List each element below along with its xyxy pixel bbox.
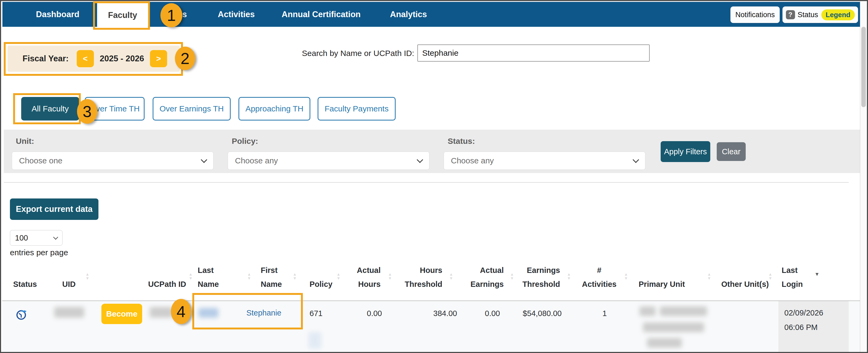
section-divider <box>4 182 849 183</box>
primary-unit-redacted <box>647 338 682 348</box>
policy-filter-select[interactable]: Choose any <box>228 151 429 170</box>
nav-item-faculty[interactable]: Faculty <box>97 2 148 29</box>
earnings-threshold-cell: $54,080.00 <box>516 309 562 318</box>
primary-unit-redacted <box>640 307 656 316</box>
become-user-button[interactable]: Become <box>101 304 142 324</box>
entries-per-page-label: entries per page <box>10 248 68 257</box>
sort-icon-policy[interactable]: ▲▼ <box>336 272 341 280</box>
ucpath-id-redacted <box>150 307 173 318</box>
col-header-first-name[interactable]: First Name <box>261 260 286 291</box>
clear-filters-button[interactable]: Clear <box>717 142 746 161</box>
col-header-actual-hours[interactable]: Actual Hours <box>347 260 381 291</box>
chevron-down-icon <box>200 156 207 163</box>
unit-filter-label: Unit: <box>16 137 34 146</box>
page-size-value: 100 <box>15 234 28 242</box>
actual-earnings-cell: 0.00 <box>465 309 500 318</box>
apply-filters-button[interactable]: Apply Filters <box>661 141 710 162</box>
name-overflow-redacted <box>308 332 321 349</box>
chevron-down-icon <box>53 235 58 240</box>
unit-filter-value: Choose one <box>19 156 62 165</box>
status-filter-value: Choose any <box>451 156 494 165</box>
col-header-last-login[interactable]: Last Login <box>782 260 808 291</box>
tab-all-faculty[interactable]: All Faculty <box>21 97 79 120</box>
primary-unit-redacted <box>643 322 704 332</box>
sort-icon-actual-earnings[interactable]: ▲▼ <box>509 272 515 280</box>
nav-item-dashboard[interactable]: Dashboard <box>36 2 80 27</box>
vertical-scrollbar-track[interactable] <box>860 1 867 352</box>
sort-icon-actual-hours[interactable]: ▲▼ <box>387 272 393 280</box>
status-filter-label: Status: <box>448 137 475 146</box>
sort-icon-num-activities[interactable]: ▲▼ <box>623 272 629 280</box>
uid-redacted <box>54 307 84 318</box>
actual-hours-cell: 0.00 <box>347 309 382 318</box>
last-login-time-cell: 06:06 PM <box>784 323 817 332</box>
nav-item-activities[interactable]: Activities <box>218 2 255 27</box>
nav-item-annual-certification[interactable]: Annual Certification <box>282 2 361 27</box>
page-size-select[interactable]: 100 <box>10 230 62 246</box>
col-header-earnings-threshold[interactable]: Earnings Threshold <box>520 260 560 291</box>
hours-threshold-cell: 384.00 <box>417 309 457 318</box>
col-header-num-activities[interactable]: # Activities <box>581 260 618 291</box>
search-label: Search by Name or UCPath ID: <box>283 49 414 58</box>
chevron-down-icon <box>632 156 639 163</box>
sort-icon-ucpath[interactable]: ▲▼ <box>188 272 193 280</box>
policy-cell: 671 <box>310 309 322 318</box>
app-window: Dashboard Faculty Forms Activities Annua… <box>0 0 868 353</box>
top-nav: Dashboard Faculty Forms Activities Annua… <box>2 2 861 27</box>
col-header-primary-unit[interactable]: Primary Unit <box>639 260 698 291</box>
status-label: Status <box>798 11 818 19</box>
num-activities-cell: 1 <box>586 309 623 318</box>
col-header-uid[interactable]: UID <box>62 260 84 291</box>
unit-filter-select[interactable]: Choose one <box>12 151 214 170</box>
fiscal-year-label: Fiscal Year: <box>23 54 69 64</box>
notifications-button[interactable]: Notifications <box>731 6 780 23</box>
tab-approaching-th[interactable]: Approaching TH <box>239 97 310 120</box>
first-name-link[interactable]: Stephanie <box>244 309 281 317</box>
status-legend-button[interactable]: ? Status Legend <box>782 6 858 23</box>
notifications-label: Notifications <box>735 11 775 19</box>
col-header-policy[interactable]: Policy <box>310 260 335 291</box>
question-mark-icon: ? <box>786 10 795 19</box>
fiscal-year-next-button[interactable]: > <box>150 50 167 67</box>
sort-icon-earnings-threshold[interactable]: ▲▼ <box>566 272 571 280</box>
tab-faculty-payments[interactable]: Faculty Payments <box>318 97 396 120</box>
annotation-number-2: 2 <box>181 49 189 68</box>
sort-icon-last-name[interactable]: ▲▼ <box>247 272 252 280</box>
vertical-scrollbar-thumb[interactable] <box>861 27 866 107</box>
col-header-actual-earnings[interactable]: Actual Earnings <box>469 260 504 291</box>
export-data-button[interactable]: Export current data <box>10 199 98 220</box>
sort-icon-first-name[interactable]: ▲▼ <box>292 272 298 280</box>
sort-icon-hours-threshold[interactable]: ▲▼ <box>448 272 454 280</box>
col-header-hours-threshold[interactable]: Hours Threshold <box>403 260 442 291</box>
legend-badge: Legend <box>821 9 855 20</box>
sort-icon-other-units[interactable]: ▲▼ <box>768 272 773 280</box>
pending-clock-icon <box>15 309 27 321</box>
last-name-link-redacted[interactable] <box>198 308 218 318</box>
search-input[interactable] <box>417 44 650 62</box>
policy-filter-value: Choose any <box>235 156 278 165</box>
nav-item-analytics[interactable]: Analytics <box>390 2 427 27</box>
fiscal-year-panel: Fiscal Year: < 2025 - 2026 > <box>7 45 180 72</box>
col-header-last-name[interactable]: Last Name <box>198 260 223 291</box>
fiscal-year-prev-button[interactable]: < <box>77 50 94 67</box>
col-header-status: Status <box>13 260 45 291</box>
primary-unit-redacted <box>660 307 707 316</box>
policy-filter-label: Policy: <box>232 137 258 146</box>
status-filter-select[interactable]: Choose any <box>444 151 645 170</box>
nav-item-forms[interactable]: Forms <box>161 2 187 27</box>
tab-over-time-th[interactable]: Over Time TH <box>85 97 145 120</box>
sort-icon-primary-unit[interactable]: ▲▼ <box>707 272 712 280</box>
sort-icon-last-login-active[interactable]: ▼ <box>814 272 820 276</box>
sort-icon-uid[interactable]: ▲▼ <box>85 272 90 280</box>
tab-over-earnings-th[interactable]: Over Earnings TH <box>153 97 231 120</box>
last-login-date-cell: 02/09/2026 <box>784 309 823 317</box>
fiscal-year-value: 2025 - 2026 <box>100 54 144 64</box>
chevron-down-icon <box>416 156 423 163</box>
col-header-ucpath-id[interactable]: UCPath ID <box>146 260 186 291</box>
